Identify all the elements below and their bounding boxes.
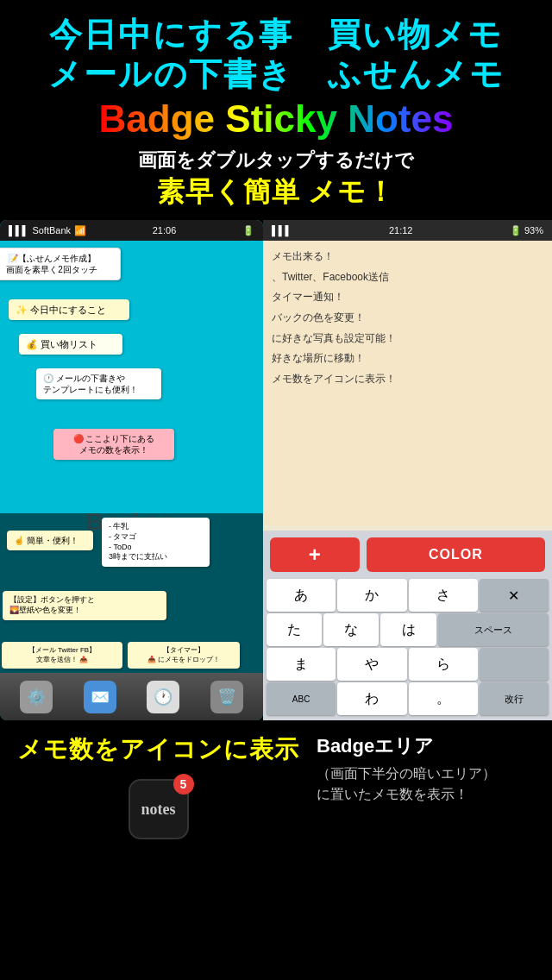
bottom-right: Badgeエリア （画面下半分の暗いエリア） に置いたメモ数を表示！: [317, 733, 535, 805]
keyboard-row-2: た な は スペース: [267, 613, 549, 646]
left-status-carrier: ▌▌▌ SoftBank 📶: [9, 225, 86, 236]
key-empty: [480, 648, 549, 681]
key-sa[interactable]: さ: [409, 579, 478, 612]
sticky-notes-area: 📝【ふせんメモ作成】画面を素早く2回タッチ ✨ 今日中にすること 💰 買い物リス…: [0, 241, 263, 720]
note-mail-twitter: 【メール Twitter FB】文章を送信！ 📤: [2, 642, 122, 669]
key-ra[interactable]: ら: [409, 648, 478, 681]
key-wa[interactable]: わ: [337, 682, 406, 715]
note-mail: 🕐 メールの下書きやテンプレートにも便利！: [36, 368, 161, 399]
header-line1: 今日中にする事 買い物メモ: [17, 16, 535, 55]
keyboard-rows: あ か さ ✕ た な は スペース ま や ら: [263, 579, 552, 715]
key-na[interactable]: な: [323, 613, 379, 646]
left-phone: ▌▌▌ SoftBank 📶 21:06 🔋 📝【ふせんメモ作成】画面を素早く2…: [0, 220, 263, 720]
dock-settings-icon: ⚙️: [20, 681, 53, 713]
badge-area-desc: （画面下半分の暗いエリア） に置いたメモ数を表示！: [317, 763, 535, 805]
keyboard-area: + COLOR あ か さ ✕ た な は スペース: [263, 531, 552, 720]
phone-dock: ⚙️ ✉️ 🕐 🗑️: [0, 673, 263, 720]
note-create: 📝【ふせんメモ作成】画面を素早く2回タッチ: [0, 248, 121, 280]
header-line2: メールの下書き ふせんメモ: [17, 55, 535, 95]
key-space[interactable]: スペース: [438, 613, 549, 646]
note-badge-count: 🔴 ここより下にあるメモの数を表示！: [53, 429, 174, 460]
dock-trash-icon: 🗑️: [210, 681, 243, 713]
app-icon-text: notes: [141, 801, 176, 819]
left-status-battery: 🔋: [242, 225, 254, 236]
key-ha[interactable]: は: [380, 613, 436, 646]
keyboard-row-4: ABC わ 。 改行: [267, 682, 549, 715]
subtitle-line2: 素早く簡単 メモ！: [17, 173, 535, 211]
note-simple: ☝ 簡単・便利！: [7, 531, 93, 550]
subtitle-line1: 画面をダブルタップするだけで: [17, 148, 535, 173]
right-phone: ▌▌▌ 21:12 🔋 93% メモ出来る！ 、Twitter、Facebook…: [263, 220, 552, 720]
bottom-left: メモ数をアイコンに表示 notes 5: [17, 733, 299, 839]
add-color-bar: + COLOR: [263, 531, 552, 579]
note-list: - 牛乳- タマゴ- ToDo3時までに支払い: [102, 518, 210, 567]
phones-section: ▌▌▌ SoftBank 📶 21:06 🔋 📝【ふせんメモ作成】画面を素早く2…: [0, 220, 552, 720]
key-ta[interactable]: た: [267, 613, 322, 646]
key-ma[interactable]: ま: [267, 648, 336, 681]
right-content-area: メモ出来る！ 、Twitter、Facebook送信 タイマー通知！ バックの色…: [263, 241, 552, 525]
badge-title: Badge Sticky Notes: [99, 97, 454, 141]
app-icon-area: notes 5: [129, 779, 189, 839]
add-button[interactable]: +: [270, 537, 360, 572]
dock-clock-icon: 🕐: [147, 681, 179, 713]
app-icon: notes 5: [129, 779, 189, 839]
key-kigou[interactable]: ABC: [267, 682, 336, 715]
left-status-time: 21:06: [153, 225, 177, 236]
dark-overlay: ☝ 簡単・便利！ - 牛乳- タマゴ- ToDo3時までに支払い 【設定】ボタン…: [0, 513, 263, 720]
right-status-left: ▌▌▌: [272, 225, 292, 236]
keyboard-row-1: あ か さ ✕: [267, 579, 549, 612]
key-ya[interactable]: や: [337, 648, 406, 681]
key-kuten[interactable]: 。: [409, 682, 478, 715]
left-status-bar: ▌▌▌ SoftBank 📶 21:06 🔋: [0, 220, 263, 241]
left-phone-screen: ▌▌▌ SoftBank 📶 21:06 🔋 📝【ふせんメモ作成】画面を素早く2…: [0, 220, 263, 720]
badge-number: 5: [173, 774, 194, 795]
memo-count-title: メモ数をアイコンに表示: [17, 733, 299, 766]
keyboard-row-3: ま や ら: [267, 648, 549, 681]
app-header: 今日中にする事 買い物メモ メールの下書き ふせんメモ Badge Sticky…: [0, 0, 552, 220]
key-ka[interactable]: か: [337, 579, 406, 612]
note-today: ✨ 今日中にすること: [9, 299, 129, 320]
right-status-bar: ▌▌▌ 21:12 🔋 93%: [263, 220, 552, 241]
note-settings: 【設定】ボタンを押すと🌄壁紙や色を変更！: [3, 591, 166, 619]
note-shopping: 💰 買い物リスト: [19, 334, 122, 355]
right-phone-screen: ▌▌▌ 21:12 🔋 93% メモ出来る！ 、Twitter、Facebook…: [263, 220, 552, 720]
note-timer: 【タイマー】📥 にメモをドロップ！: [128, 642, 240, 669]
right-status-time: 21:12: [389, 225, 413, 236]
bottom-section: メモ数をアイコンに表示 notes 5 Badgeエリア （画面下半分の暗いエリ…: [0, 720, 552, 936]
dock-mail-icon: ✉️: [84, 681, 116, 713]
color-button[interactable]: COLOR: [367, 537, 545, 572]
right-status-battery: 🔋 93%: [510, 225, 543, 236]
badge-area-title: Badgeエリア: [317, 733, 535, 760]
key-a[interactable]: あ: [267, 579, 336, 612]
key-delete[interactable]: ✕: [480, 579, 549, 612]
key-enter[interactable]: 改行: [480, 682, 549, 715]
